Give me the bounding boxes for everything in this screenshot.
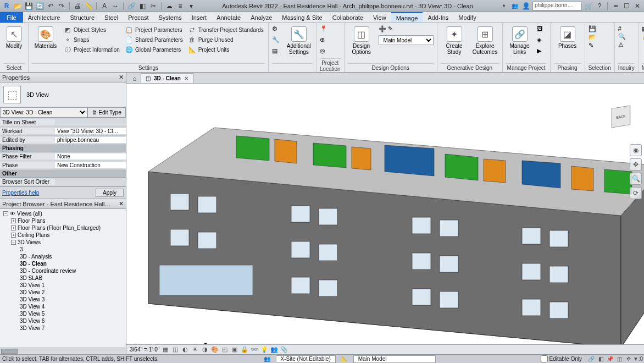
panel-manage-project[interactable]: Manage Project bbox=[506, 63, 547, 72]
crop-icon[interactable]: ◰ bbox=[221, 346, 229, 354]
position-icon[interactable]: ◎ bbox=[320, 47, 330, 57]
tab-annotate[interactable]: Annotate bbox=[212, 12, 246, 23]
browser-header[interactable]: Project Browser - East Residence Hall - … bbox=[0, 199, 126, 209]
panel-settings-icon[interactable]: ▤ bbox=[272, 47, 282, 57]
worksharing-icon[interactable]: 👥 bbox=[270, 346, 278, 354]
collapse-icon[interactable]: − bbox=[3, 211, 8, 216]
edit-selection-icon[interactable]: ✎ bbox=[589, 42, 596, 49]
filter-icon[interactable]: ▼:0 bbox=[634, 356, 642, 362]
additional-settings-button[interactable]: 🔧Additional Settings bbox=[285, 24, 313, 55]
save-icon[interactable]: 💾 bbox=[24, 2, 33, 10]
tab-precast[interactable]: Precast bbox=[123, 12, 153, 23]
load-selection-icon[interactable]: 📂 bbox=[589, 34, 596, 41]
signin-icon[interactable]: 👤 bbox=[521, 2, 530, 10]
tree-group[interactable]: +Floor Plans (Floor Plan_Enlarged) bbox=[3, 224, 126, 232]
panel-macros[interactable]: Macros bbox=[642, 63, 644, 72]
purge-button[interactable]: 🗑Purge Unused bbox=[187, 35, 265, 44]
home-icon[interactable]: ⌂ bbox=[130, 74, 140, 83]
editable-only-checkbox[interactable]: Editable Only bbox=[541, 355, 582, 362]
mep-settings-icon[interactable]: 🔧 bbox=[272, 36, 282, 46]
active-workset-select[interactable]: X-Site (Not Editable) bbox=[276, 355, 336, 363]
workset-icon[interactable]: 👥 bbox=[264, 356, 270, 362]
panel-settings[interactable]: Settings bbox=[32, 63, 265, 72]
measure-icon[interactable]: 📏 bbox=[84, 2, 93, 10]
prop-row[interactable]: Browser Sort Order bbox=[0, 178, 126, 186]
visual-style-icon[interactable]: ◐ bbox=[181, 346, 189, 354]
explore-outcomes-button[interactable]: ⊞Explore Outcomes bbox=[471, 24, 499, 55]
scale-display[interactable]: 3/64" = 1'-0" bbox=[130, 346, 159, 353]
prop-row[interactable]: Title on Sheet bbox=[0, 118, 126, 127]
project-parameters-button[interactable]: 📋Project Parameters bbox=[124, 25, 184, 34]
tab-steel[interactable]: Steel bbox=[99, 12, 123, 23]
pick-edit-icon[interactable]: ✎ bbox=[388, 25, 393, 32]
minimize-icon[interactable]: ━ bbox=[611, 2, 620, 10]
materials-button[interactable]: 🎨Materials bbox=[32, 24, 59, 49]
tree-view-item[interactable]: 3D View 2 bbox=[3, 289, 126, 296]
lock-icon[interactable]: 🔒 bbox=[241, 346, 248, 354]
panel-generative[interactable]: Generative Design bbox=[441, 63, 499, 72]
temp-hide-icon[interactable]: 👓 bbox=[251, 346, 258, 354]
tree-group-3d[interactable]: −3D Views bbox=[3, 239, 126, 246]
save-selection-icon[interactable]: 💾 bbox=[589, 25, 596, 32]
coordinates-icon[interactable]: ⊕ bbox=[320, 36, 330, 46]
dimension-icon[interactable]: ↔ bbox=[111, 2, 120, 10]
tab-massing[interactable]: Massing & Site bbox=[277, 12, 327, 23]
panel-phasing[interactable]: Phasing bbox=[554, 63, 581, 72]
app-icon[interactable]: R bbox=[2, 2, 11, 10]
tab-collaborate[interactable]: Collaborate bbox=[327, 12, 368, 23]
design-option-select[interactable]: Main Model bbox=[379, 35, 434, 45]
warnings-icon[interactable]: ⚠ bbox=[618, 41, 626, 48]
zoom-icon[interactable]: 🔍 bbox=[630, 173, 642, 185]
add-set-icon[interactable]: ➕ bbox=[379, 25, 386, 32]
manage-links-button[interactable]: 🔗Manage Links bbox=[506, 24, 534, 55]
phases-button[interactable]: ◪Phases bbox=[554, 24, 581, 49]
tab-architecture[interactable]: Architecture bbox=[23, 12, 65, 23]
tree-view-item[interactable]: 3D View 5 bbox=[3, 310, 126, 317]
prop-row[interactable]: WorksetView "3D View: 3D - Cl… bbox=[0, 127, 126, 136]
close-icon[interactable]: ✕ bbox=[119, 200, 124, 207]
prop-category-other[interactable]: Other bbox=[0, 170, 126, 178]
view3d-icon[interactable]: ◧ bbox=[138, 2, 147, 10]
project-browser[interactable]: −👁 Views (all) +Floor Plans +Floor Plans… bbox=[0, 209, 126, 348]
print-icon[interactable]: 🖨 bbox=[73, 2, 82, 10]
cloud-icon[interactable]: ☁ bbox=[165, 2, 174, 10]
crop-region-icon[interactable]: ▣ bbox=[231, 346, 238, 354]
starting-view-icon[interactable]: ▶ bbox=[537, 47, 547, 57]
redo-icon[interactable]: ↷ bbox=[57, 2, 66, 10]
units-button[interactable]: 📐Project Units bbox=[187, 45, 265, 54]
panel-addl[interactable] bbox=[272, 63, 313, 72]
scale-icon[interactable]: ▦ bbox=[162, 346, 169, 354]
tab-structure[interactable]: Structure bbox=[65, 12, 99, 23]
tab-view[interactable]: View bbox=[368, 12, 391, 23]
user-icon[interactable]: 👥 bbox=[510, 2, 519, 10]
design-options-button[interactable]: ◫Design Options bbox=[348, 24, 375, 55]
drag-icon[interactable]: ✥ bbox=[625, 356, 632, 362]
shared-parameters-button[interactable]: 📄Shared Parameters bbox=[124, 35, 184, 44]
model-view[interactable]: ↖ bbox=[126, 84, 644, 344]
panel-design-options[interactable]: Design Options bbox=[348, 63, 434, 72]
link-icon[interactable]: 🔗 bbox=[127, 2, 136, 10]
text-icon[interactable]: A bbox=[100, 2, 109, 10]
select-links-icon[interactable]: 🔗 bbox=[587, 356, 595, 362]
object-styles-button[interactable]: ◩Object Styles bbox=[63, 25, 121, 34]
ids-icon[interactable]: # bbox=[618, 25, 626, 32]
expand-icon[interactable]: + bbox=[11, 226, 16, 230]
view-tab-active[interactable]: ◫ 3D - Clean ✕ bbox=[141, 73, 193, 83]
macro-manager-icon[interactable]: ▦ bbox=[642, 25, 644, 32]
tree-view-item[interactable]: 3D View 1 bbox=[3, 282, 126, 289]
tree-root[interactable]: −👁 Views (all) bbox=[3, 210, 126, 217]
edit-type-button[interactable]: 🗎Edit Type bbox=[87, 107, 126, 118]
rendering-icon[interactable]: 🎨 bbox=[211, 346, 219, 354]
tab-manage[interactable]: Manage bbox=[391, 12, 423, 23]
browser-hscroll[interactable] bbox=[0, 348, 126, 354]
help-icon[interactable]: ? bbox=[595, 2, 604, 10]
transfer-standards-button[interactable]: ⇄Transfer Project Standards bbox=[187, 25, 265, 34]
shadows-icon[interactable]: ◑ bbox=[201, 346, 209, 354]
type-selector[interactable]: 3D View: 3D - Clean bbox=[0, 107, 87, 118]
design-option-status[interactable]: Main Model bbox=[353, 355, 436, 363]
thinlines-icon[interactable]: ≡ bbox=[176, 2, 185, 10]
tree-view-item[interactable]: 3D View 3 bbox=[3, 296, 126, 303]
orbit-icon[interactable]: ⟳ bbox=[630, 187, 642, 199]
panel-select[interactable]: Select bbox=[3, 63, 25, 72]
modify-tool[interactable]: ↖Modify bbox=[3, 24, 25, 49]
